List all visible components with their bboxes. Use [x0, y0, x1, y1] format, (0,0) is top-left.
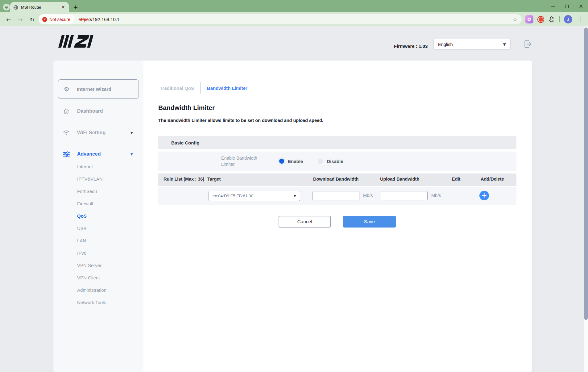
tab-title: MSI Router: [21, 5, 60, 10]
window-close-button[interactable]: ×: [574, 0, 588, 12]
msi-logo: [58, 35, 101, 50]
language-selected-value: English: [438, 42, 503, 47]
extensions-puzzle-button[interactable]: [547, 15, 555, 23]
sliders-icon: [63, 151, 70, 157]
extension-pink-icon[interactable]: [525, 15, 533, 23]
record-ring-icon: [537, 16, 544, 23]
page-title: Bandwidth Limiter: [158, 104, 215, 111]
puzzle-icon: [548, 16, 554, 23]
chevron-down-icon: ▼: [130, 131, 133, 135]
radio-disable-label[interactable]: Disable: [327, 159, 343, 164]
profile-avatar[interactable]: J: [564, 15, 572, 23]
upload-unit-label: Mb/s: [431, 193, 441, 198]
sidebar-item-usb[interactable]: USB: [53, 222, 143, 234]
chevron-down-icon: [5, 5, 8, 8]
tab-close-icon[interactable]: ×: [60, 5, 66, 10]
col-rule-list: Rule List (Max : 36): [164, 177, 204, 182]
enable-limiter-label: Enable Bandwidth Limiter: [221, 155, 271, 167]
window-minimize-button[interactable]: [545, 0, 560, 12]
sidebar-item-advanced[interactable]: Advanced ▼: [53, 149, 143, 159]
col-edit: Edit: [452, 177, 460, 182]
save-button[interactable]: Save: [343, 216, 396, 228]
scrollbar-thumb[interactable]: [584, 27, 588, 320]
browser-menu-button[interactable]: ⋮: [576, 15, 584, 23]
language-select[interactable]: English ▼: [433, 39, 511, 50]
sidebar-item-vpn-client[interactable]: VPN Client: [53, 271, 143, 284]
minimize-icon: [551, 6, 555, 6]
sidebar-item-label: Dashboard: [77, 108, 103, 114]
download-unit-label: Mb/s: [363, 193, 373, 198]
bookmark-star-icon[interactable]: ☆: [513, 16, 517, 23]
chevron-down-icon: ▼: [503, 42, 506, 47]
sidebar-item-wifi-setting[interactable]: WiFi Setting ▼: [53, 128, 143, 137]
chevron-down-icon: ▼: [294, 194, 296, 198]
sidebar: ⚙ Internet Wizard Dashboard WiFi Setti: [53, 61, 143, 372]
radio-enable-label[interactable]: Enable: [288, 159, 303, 164]
download-bandwidth-input[interactable]: [313, 191, 359, 200]
advanced-submenu: Internet IPTV&VLAN FortiSecu Firewall Qo…: [53, 160, 143, 308]
address-bar[interactable]: ✕ Not secure https://192.168.10.1 ☆: [39, 14, 522, 24]
reload-button[interactable]: ↻: [28, 15, 36, 24]
form-actions: Cancel Save: [158, 216, 516, 228]
target-select[interactable]: ex:04:D9:F5:FB:61:30 ▼: [209, 191, 300, 201]
gear-icon: ⚙: [64, 86, 69, 92]
radio-disable[interactable]: [318, 159, 323, 164]
sidebar-item-label: Advanced: [77, 151, 101, 157]
sidebar-item-dashboard[interactable]: Dashboard: [53, 107, 143, 116]
page-scrollbar[interactable]: [584, 27, 588, 372]
tab-bandwidth-limiter[interactable]: Bandwidth Limiter: [205, 86, 249, 91]
wifi-icon: [63, 129, 70, 136]
main-card: ⚙ Internet Wizard Dashboard WiFi Setti: [53, 61, 532, 372]
col-add-delete: Add/Delete: [481, 177, 504, 182]
sidebar-item-qos[interactable]: QoS: [53, 210, 143, 222]
not-secure-label: Not secure: [49, 17, 70, 22]
sidebar-item-firewall[interactable]: Firewall: [53, 197, 143, 210]
record-dot-icon: [539, 17, 543, 22]
enable-radio-group: Enable Disable: [279, 152, 343, 171]
new-tab-button[interactable]: +: [72, 3, 80, 11]
tab-divider: [201, 82, 201, 94]
not-secure-chip[interactable]: ✕ Not secure: [39, 14, 75, 24]
page-description: The Bandwidth Limiter allows limits to b…: [158, 118, 323, 123]
col-target: Target: [207, 177, 221, 182]
router-page: Firmware : 1.03 English ▼ ⚙ Internet Wiz…: [0, 27, 588, 372]
home-icon: [63, 108, 70, 115]
radio-enable-selected[interactable]: [279, 159, 284, 164]
rule-table-row: ex:04:D9:F5:FB:61:30 ▼ Mb/s Mb/s +: [158, 187, 516, 205]
internet-wizard-label: Internet Wizard: [77, 86, 111, 92]
sidebar-item-vpn-server[interactable]: VPN Server: [53, 259, 143, 271]
ring-icon: [528, 18, 531, 21]
logout-icon: [523, 40, 532, 49]
sidebar-item-administration[interactable]: Administration: [53, 284, 143, 296]
url-rest: ://192.168.10.1: [89, 17, 119, 22]
tab-search-button[interactable]: [3, 4, 10, 10]
sidebar-item-ipv6[interactable]: IPv6: [53, 247, 143, 259]
extension-record-icon[interactable]: [536, 15, 545, 23]
sidebar-item-iptv-vlan[interactable]: IPTV&VLAN: [53, 173, 143, 185]
forward-button[interactable]: →: [16, 15, 25, 24]
browser-titlebar: MSI Router × + ×: [0, 0, 588, 12]
back-button[interactable]: ←: [4, 15, 13, 24]
add-rule-button[interactable]: +: [479, 191, 489, 200]
qos-tabs: Traditional QoS Bandwidth Limiter: [158, 82, 249, 94]
logout-button[interactable]: [523, 39, 533, 49]
target-selected-value: ex:04:D9:F5:FB:61:30: [213, 194, 294, 198]
firmware-version: Firmware : 1.03: [394, 44, 428, 49]
cancel-button[interactable]: Cancel: [279, 216, 331, 228]
rule-table-header: Rule List (Max : 36) Target Download Ban…: [158, 173, 516, 186]
window-maximize-button[interactable]: [560, 0, 574, 12]
plus-icon: +: [481, 192, 487, 199]
browser-tab[interactable]: MSI Router ×: [10, 2, 69, 12]
maximize-icon: [565, 5, 569, 8]
sidebar-item-fortisecu[interactable]: FortiSecu: [53, 185, 143, 197]
sidebar-item-lan[interactable]: LAN: [53, 234, 143, 247]
upload-bandwidth-input[interactable]: [381, 191, 428, 200]
basic-config-title: Basic Config: [171, 140, 200, 145]
sidebar-item-internet-wizard[interactable]: ⚙ Internet Wizard: [58, 79, 139, 99]
url-scheme: https: [79, 17, 89, 22]
tab-traditional-qos[interactable]: Traditional QoS: [158, 86, 196, 91]
sidebar-item-internet[interactable]: Internet: [53, 160, 143, 173]
col-download-bandwidth: Download Bandwidth: [313, 177, 358, 182]
chevron-down-icon: ▼: [130, 153, 133, 156]
sidebar-item-network-tools[interactable]: Network Tools: [53, 296, 143, 308]
